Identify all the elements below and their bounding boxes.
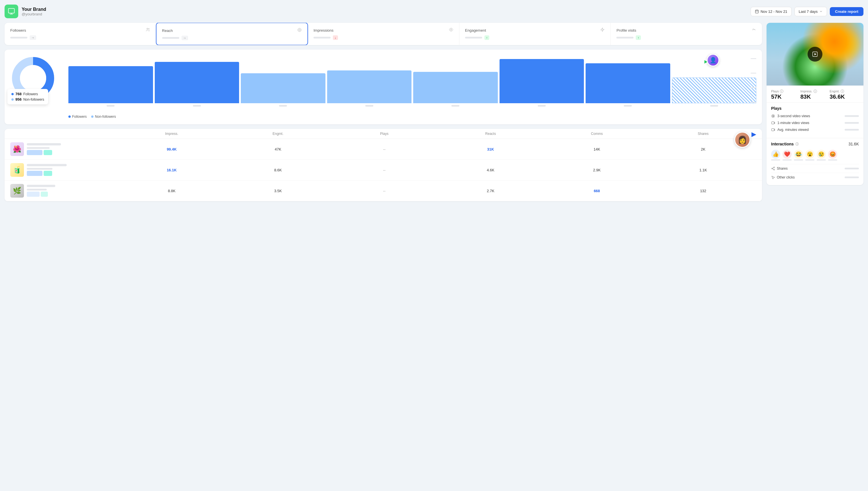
metric-title-reach: Reach xyxy=(162,29,173,33)
followers-badge: → xyxy=(30,35,36,40)
bar-5 xyxy=(413,72,498,103)
bar-group-7 xyxy=(586,63,670,107)
metric-card-impressions[interactable]: Impressions ↓ xyxy=(308,23,459,45)
cell-plays-3: -- xyxy=(331,189,437,193)
period-button[interactable]: Last 7 days xyxy=(795,7,827,16)
impressions-bar xyxy=(313,37,331,38)
table-row[interactable]: 🌺 99.4K 47K -- 31K 14K 2K xyxy=(5,139,762,160)
post-tags-3 xyxy=(27,192,55,197)
brand-logo xyxy=(5,5,18,18)
metric-card-reach[interactable]: Reach → xyxy=(156,23,308,45)
engagement-bar xyxy=(465,37,482,38)
legend-label-followers: Followers xyxy=(72,115,87,119)
cell-comms-3: 668 xyxy=(544,189,650,193)
metric-card-profile-visits[interactable]: Profile visits ↑ xyxy=(611,23,762,45)
legend-label-non-followers: Non-followers xyxy=(95,115,116,119)
video-stats-row: Plays i 57K Impress. i 83K Engmt. i xyxy=(767,86,863,103)
emoji-row: 👍 ❤️ 😂 😮 xyxy=(771,150,859,161)
post-meta-2 xyxy=(27,164,67,176)
video-stat-plays-label: Plays i xyxy=(771,89,801,93)
engmt-info-icon[interactable]: i xyxy=(841,89,844,93)
post-title-bar-1 xyxy=(27,143,61,145)
like-emoji: 👍 xyxy=(771,150,780,159)
engagement-badge: ↑ xyxy=(485,35,490,40)
followers-bar xyxy=(10,37,27,38)
metric-value-row-impressions: ↓ xyxy=(313,35,454,40)
metric-card-followers[interactable]: Followers → xyxy=(5,23,156,45)
bar-group-1 xyxy=(68,66,153,107)
video-play-button[interactable] xyxy=(808,47,823,62)
plays-item-1min: 1-minute video views xyxy=(771,121,859,125)
bar-label-5 xyxy=(452,105,459,107)
pointer-arrow xyxy=(705,60,707,64)
post-tags-2 xyxy=(27,171,67,176)
brand-handle: @yourbrand xyxy=(22,12,46,16)
cell-impress-2: 16.1K xyxy=(119,168,225,172)
plays-item-3sec: 3-second video views xyxy=(771,114,859,118)
post-info-3: 🌿 xyxy=(10,184,119,198)
video-thumbnail[interactable] xyxy=(767,23,863,86)
legend-item-non-followers: Non-followers xyxy=(91,115,116,119)
post-title-bar-3 xyxy=(27,185,55,187)
chart-legend: Followers Non-followers xyxy=(68,115,756,119)
bar-chart-container: 👤 xyxy=(68,55,756,119)
svg-marker-15 xyxy=(814,53,816,55)
post-subtitle-bar-1 xyxy=(27,147,50,149)
metric-header-reach: Reach xyxy=(162,28,302,33)
bars-wrapper xyxy=(68,55,756,112)
impress-info-icon[interactable]: i xyxy=(813,89,817,93)
table-row[interactable]: 🧃 16.1K 8.6K -- 4.6K 2.9K 1.1K xyxy=(5,160,762,180)
post-thumb-3: 🌿 xyxy=(10,184,24,198)
shares-value-bar xyxy=(845,168,859,169)
svg-point-6 xyxy=(148,29,149,29)
create-report-button[interactable]: Create report xyxy=(830,7,863,16)
bar-label-2 xyxy=(193,105,201,107)
cell-comms-2: 2.9K xyxy=(544,168,650,172)
date-range-button[interactable]: Nov 12 - Nov 21 xyxy=(751,7,792,16)
post-thumb-1: 🌺 xyxy=(10,142,24,156)
shares-row: Shares xyxy=(771,164,859,173)
table-row[interactable]: 🌿 8.8K 3.5K -- 2.7K 668 132 xyxy=(5,180,762,201)
profile-visits-badge: ↑ xyxy=(636,35,641,40)
cell-shares-2: 1.1K xyxy=(650,168,756,172)
svg-rect-0 xyxy=(8,8,14,13)
bar-label-8 xyxy=(710,105,718,107)
video-stat-impress-label: Impress. i xyxy=(801,89,830,93)
play-icon xyxy=(812,51,818,57)
donut-container: 768 Followers 956 Non-followers xyxy=(10,55,62,119)
svg-point-5 xyxy=(147,28,148,29)
interactions-section: Interactions i 31.6K 👍 ❤️ 😂 xyxy=(767,138,863,185)
svg-marker-10 xyxy=(601,28,604,31)
other-clicks-value-bar xyxy=(845,176,859,178)
reach-icon xyxy=(297,28,302,33)
tooltip-non-followers-label: Non-followers xyxy=(23,97,44,102)
play-circle-icon xyxy=(771,114,775,118)
user-avatar: 👤 xyxy=(707,54,719,66)
metric-header-engagement: Engagement xyxy=(465,27,605,33)
chevron-down-icon xyxy=(819,10,823,13)
bar-8 xyxy=(672,78,756,103)
share-icon xyxy=(771,167,775,171)
floating-user-avatar: 👩 xyxy=(734,132,750,148)
cell-comms-1: 14K xyxy=(544,147,650,151)
table-col-impress: Impress. xyxy=(119,132,225,136)
interactions-info-icon[interactable]: i xyxy=(795,142,799,146)
svg-marker-17 xyxy=(773,115,774,117)
followers-dot xyxy=(11,93,14,95)
emoji-item-love: ❤️ xyxy=(782,150,792,161)
plays-item-3sec-label: 3-second video views xyxy=(771,114,810,118)
metric-card-engagement[interactable]: Engagement ↑ xyxy=(459,23,611,45)
legend-dot-followers xyxy=(68,115,71,118)
impressions-icon xyxy=(449,27,454,33)
plays-info-icon[interactable]: i xyxy=(780,89,783,93)
video-stat-plays-value: 57K xyxy=(771,93,801,100)
svg-line-26 xyxy=(773,168,774,168)
svg-point-23 xyxy=(772,168,773,169)
bar-3 xyxy=(241,73,326,103)
table-col-engmt: Engmt. xyxy=(225,132,331,136)
post-tag-2b xyxy=(43,171,52,176)
emoji-item-like: 👍 xyxy=(771,150,780,161)
svg-rect-20 xyxy=(772,128,774,131)
metric-title-followers: Followers xyxy=(10,28,26,32)
emoji-item-wow: 😮 xyxy=(805,150,814,161)
